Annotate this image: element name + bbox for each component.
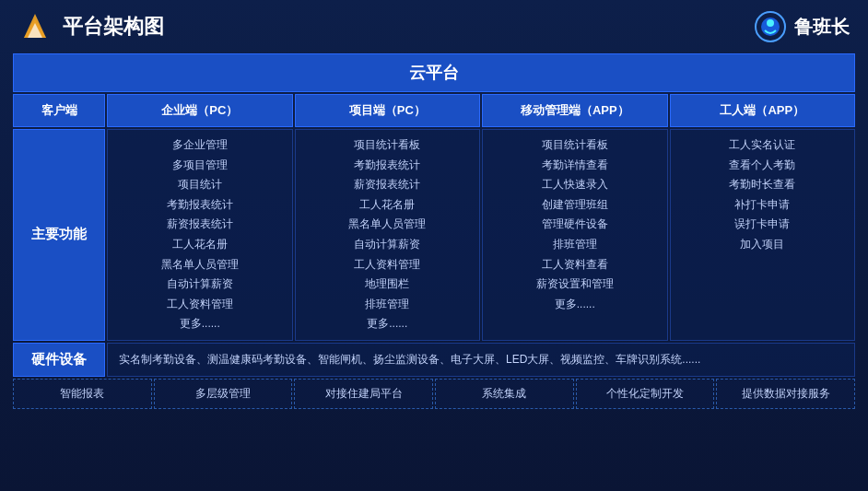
col-header-project: 项目端（PC）	[295, 94, 481, 127]
list-item: 更多......	[490, 295, 660, 315]
list-item: 工人实名认证	[678, 135, 848, 156]
main-function-label: 主要功能	[13, 129, 105, 341]
feature-item-0: 智能报表	[13, 379, 152, 409]
brand-logo-icon	[754, 10, 787, 43]
col-header-enterprise: 企业端（PC）	[107, 94, 293, 127]
list-item: 创建管理班组	[490, 195, 660, 216]
page: 平台架构图 鲁班长 云平台 客户端 企业端（PC） 项目端（	[0, 0, 868, 491]
features-row: 智能报表 多层级管理 对接住建局平台 系统集成 个性化定制开发 提供数据对接服务	[13, 379, 855, 409]
cloud-platform-bar: 云平台	[13, 53, 855, 92]
list-item: 自动计算薪资	[303, 235, 473, 255]
list-item: 加入项目	[678, 235, 848, 255]
list-item: 工人资料管理	[303, 255, 473, 275]
project-pc-cell: 项目统计看板 考勤报表统计 薪资报表统计 工人花名册 黑名单人员管理 自动计算薪…	[295, 129, 481, 341]
list-item: 薪资报表统计	[303, 175, 473, 195]
svg-point-5	[767, 19, 774, 27]
list-item: 黑名单人员管理	[303, 215, 473, 235]
main-content: 云平台 客户端 企业端（PC） 项目端（PC） 移动管理端（APP） 工人端（A…	[0, 53, 868, 416]
list-item: 薪资报表统计	[115, 215, 285, 235]
list-item: 工人资料查看	[490, 255, 660, 275]
enterprise-pc-list: 多企业管理 多项目管理 项目统计 考勤报表统计 薪资报表统计 工人花名册 黑名单…	[115, 135, 285, 334]
list-item: 工人花名册	[115, 235, 285, 255]
list-item: 薪资设置和管理	[490, 275, 660, 295]
list-item: 考勤详情查看	[490, 156, 660, 176]
list-item: 项目统计看板	[303, 135, 473, 156]
feature-item-1: 多层级管理	[154, 379, 293, 409]
worker-app-cell: 工人实名认证 查看个人考勤 考勤时长查看 补打卡申请 误打卡申请 加入项目	[670, 129, 856, 341]
list-item: 更多......	[303, 314, 473, 334]
list-item: 工人快速录入	[490, 175, 660, 195]
list-item: 地理围栏	[303, 275, 473, 295]
list-item: 排班管理	[490, 235, 660, 255]
list-item: 补打卡申请	[678, 195, 848, 216]
main-function-row: 主要功能 多企业管理 多项目管理 项目统计 考勤报表统计 薪资报表统计 工人花名…	[13, 129, 855, 341]
list-item: 工人资料管理	[115, 295, 285, 315]
feature-item-5: 提供数据对接服务	[716, 379, 855, 409]
header-right: 鲁班长	[754, 10, 850, 43]
mobile-app-cell: 项目统计看板 考勤详情查看 工人快速录入 创建管理班组 管理硬件设备 排班管理 …	[482, 129, 668, 341]
list-item: 排班管理	[303, 295, 473, 315]
list-item: 黑名单人员管理	[115, 255, 285, 275]
list-item: 误打卡申请	[678, 215, 848, 235]
col-header-client: 客户端	[13, 94, 105, 127]
logo-icon	[18, 10, 52, 43]
header-left: 平台架构图	[18, 10, 164, 43]
column-headers: 客户端 企业端（PC） 项目端（PC） 移动管理端（APP） 工人端（APP）	[13, 94, 855, 127]
project-pc-list: 项目统计看板 考勤报表统计 薪资报表统计 工人花名册 黑名单人员管理 自动计算薪…	[303, 135, 473, 334]
col-header-mobile: 移动管理端（APP）	[482, 94, 668, 127]
list-item: 更多......	[115, 314, 285, 334]
list-item: 考勤报表统计	[115, 195, 285, 216]
list-item: 多项目管理	[115, 156, 285, 176]
list-item: 项目统计	[115, 175, 285, 195]
hardware-label: 硬件设备	[13, 343, 105, 377]
list-item: 查看个人考勤	[678, 156, 848, 176]
list-item: 考勤报表统计	[303, 156, 473, 176]
mobile-app-list: 项目统计看板 考勤详情查看 工人快速录入 创建管理班组 管理硬件设备 排班管理 …	[490, 135, 660, 314]
brand-name: 鲁班长	[794, 15, 850, 40]
header: 平台架构图 鲁班长	[0, 0, 868, 53]
cloud-platform-label: 云平台	[409, 64, 459, 82]
list-item: 自动计算薪资	[115, 275, 285, 295]
col-header-worker: 工人端（APP）	[670, 94, 856, 127]
hardware-row: 硬件设备 实名制考勤设备、测温健康码考勤设备、智能闸机、扬尘监测设备、电子大屏、…	[13, 343, 855, 377]
enterprise-pc-cell: 多企业管理 多项目管理 项目统计 考勤报表统计 薪资报表统计 工人花名册 黑名单…	[107, 129, 293, 341]
list-item: 工人花名册	[303, 195, 473, 216]
worker-app-list: 工人实名认证 查看个人考勤 考勤时长查看 补打卡申请 误打卡申请 加入项目	[678, 135, 848, 255]
feature-item-2: 对接住建局平台	[294, 379, 433, 409]
list-item: 管理硬件设备	[490, 215, 660, 235]
feature-item-4: 个性化定制开发	[576, 379, 715, 409]
list-item: 考勤时长查看	[678, 175, 848, 195]
feature-item-3: 系统集成	[435, 379, 574, 409]
header-title: 平台架构图	[63, 13, 164, 41]
hardware-content: 实名制考勤设备、测温健康码考勤设备、智能闸机、扬尘监测设备、电子大屏、LED大屏…	[107, 343, 855, 377]
list-item: 多企业管理	[115, 135, 285, 156]
list-item: 项目统计看板	[490, 135, 660, 156]
